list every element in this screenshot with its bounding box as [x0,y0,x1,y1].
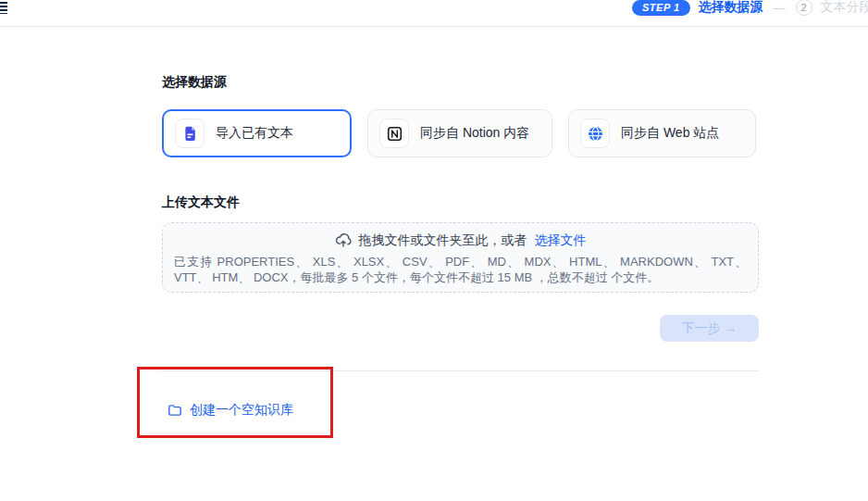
step-1-label: 选择数据源 [699,0,763,16]
section-divider [162,370,759,371]
main-content: 选择数据源 导入已有文本 同步自 Notion 内容 [162,74,759,421]
step-2-number: 2 [796,0,812,16]
step-1-badge: STEP 1 [632,0,690,16]
globe-icon [580,119,610,148]
drag-drop-text: 拖拽文件或文件夹至此，或者 [359,232,527,249]
upload-section-title: 上传文本文件 [162,194,759,211]
data-source-cards: 导入已有文本 同步自 Notion 内容 同步自 Web 站点 [162,109,759,157]
create-empty-kb-link[interactable]: 创建一个空知识库 [167,402,293,419]
file-dropzone[interactable]: 拖拽文件或文件夹至此，或者 选择文件 已支持 PROPERTIES、 XLS、 … [162,222,759,293]
step-indicator: STEP 1 选择数据源 — 2 文本分段与清洗 [632,0,868,15]
button-row: 下一步 → [162,315,759,342]
browse-files-link[interactable]: 选择文件 [535,232,587,249]
create-empty-kb-label: 创建一个空知识库 [190,402,293,419]
card-import-text-label: 导入已有文本 [216,125,293,142]
next-step-button[interactable]: 下一步 → [660,315,759,342]
card-sync-notion-label: 同步自 Notion 内容 [420,125,529,142]
step-separator: — [774,1,786,15]
card-sync-web-label: 同步自 Web 站点 [621,125,719,142]
card-sync-web[interactable]: 同步自 Web 站点 [568,109,756,157]
supported-formats-text: 已支持 PROPERTIES、 XLS、 XLSX、 CSV、 PDF、 MD、… [174,254,747,285]
top-bar: STEP 1 选择数据源 — 2 文本分段与清洗 [0,0,868,27]
folder-icon [167,403,182,418]
clipped-logo-icon [0,2,7,14]
dropzone-instruction: 拖拽文件或文件夹至此，或者 选择文件 [174,232,747,249]
source-section-title: 选择数据源 [162,74,759,91]
notion-icon [379,119,409,148]
step-2-label: 文本分段与清洗 [821,0,868,16]
card-sync-notion[interactable]: 同步自 Notion 内容 [367,109,552,157]
card-import-text[interactable]: 导入已有文本 [162,109,352,157]
file-text-icon [175,119,205,148]
cloud-upload-icon [335,232,352,249]
